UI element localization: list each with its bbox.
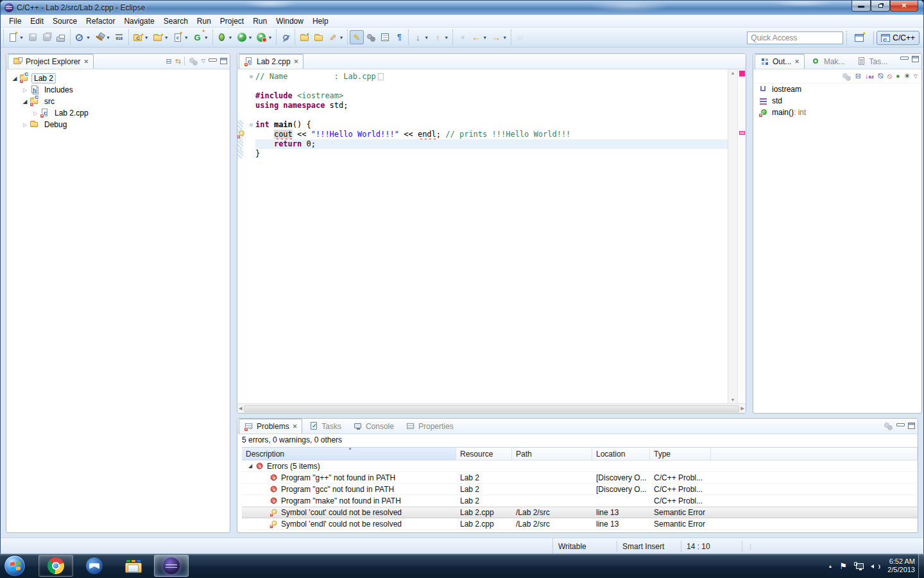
collapse-all-icon[interactable]: ⊟ — [855, 73, 861, 80]
menu-run[interactable]: Run — [248, 15, 271, 27]
fold-toggle-icon[interactable]: ⊖ — [247, 120, 255, 130]
menu-run[interactable]: Run — [193, 15, 216, 27]
column-header-description[interactable]: Description — [242, 448, 456, 460]
hide-static-icon[interactable]: ⦸ — [887, 73, 892, 80]
menu-help[interactable]: Help — [308, 15, 333, 27]
view-menu-icon[interactable]: ▽ — [201, 58, 205, 64]
network-icon[interactable] — [854, 562, 864, 570]
title-bar[interactable]: C/C++ - Lab 2/src/Lab 2.cpp - Eclipse ▬ … — [1, 1, 923, 15]
tab-tas[interactable]: Tas... — [851, 54, 893, 69]
toolbar-button-search[interactable]: ✎▼ — [325, 30, 345, 44]
menu-source[interactable]: Source — [48, 15, 81, 27]
problems-row[interactable]: Symbol 'endl' could not be resolvedLab 2… — [242, 518, 918, 530]
taskbar-eclipse-button[interactable] — [154, 555, 189, 577]
editor-vertical-scrollbar[interactable]: ▲▼ — [728, 69, 737, 403]
minimize-view-icon[interactable] — [896, 423, 905, 426]
dropdown-arrow-icon[interactable]: ▼ — [339, 35, 343, 40]
hide-fields-icon[interactable]: ⦰ — [878, 73, 884, 80]
toolbar-button-show-whitespace[interactable]: ¶ — [392, 30, 406, 44]
minimize-button[interactable]: ▬ — [851, 1, 871, 12]
quick-access-input[interactable] — [747, 31, 843, 44]
editor-horizontal-scrollbar[interactable]: ◀▶ — [237, 403, 746, 413]
dropdown-arrow-icon[interactable]: ▼ — [424, 35, 429, 40]
dropdown-arrow-icon[interactable]: ▼ — [164, 35, 169, 40]
close-view-icon[interactable]: ✕ — [83, 58, 89, 65]
tab-lab2cpp[interactable]: Lab 2.cpp ✕ — [239, 54, 304, 69]
code-line-8[interactable]: return 0; — [237, 139, 728, 149]
tab-problems[interactable]: Problems ✕ — [239, 419, 302, 434]
toolbar-button-previous-annotation[interactable]: ↑▼ — [431, 30, 450, 44]
dropdown-arrow-icon[interactable]: ▼ — [268, 35, 272, 40]
taskbar-explorer-button[interactable] — [116, 555, 150, 577]
dropdown-arrow-icon[interactable]: ▼ — [248, 35, 253, 40]
toolbar-button-new-project[interactable]: ▼ — [151, 30, 171, 44]
dropdown-arrow-icon[interactable]: ▼ — [19, 35, 24, 40]
toolbar-button-toggle-mark-occurrences[interactable] — [278, 30, 293, 44]
expand-arrow-icon[interactable]: ▷ — [31, 110, 40, 116]
collaboration-icon[interactable] — [883, 421, 893, 431]
expand-arrow-icon[interactable]: ▷ — [21, 87, 30, 93]
collapse-all-icon[interactable]: ⊟ — [166, 58, 171, 65]
tree-item-includes[interactable]: ▷Includes — [6, 84, 230, 96]
column-header-resource[interactable]: Resource — [456, 448, 512, 460]
minimize-view-icon[interactable] — [209, 58, 217, 62]
toolbar-button-build-all[interactable]: ▼ — [92, 30, 112, 44]
tab-console[interactable]: Console — [348, 419, 399, 434]
open-perspective-button[interactable] — [850, 31, 871, 45]
dropdown-arrow-icon[interactable]: ▼ — [502, 35, 507, 40]
tab-project-explorer[interactable]: Project Explorer ✕ — [8, 54, 94, 69]
problems-row[interactable]: Symbol 'cout' could not be resolvedLab 2… — [242, 507, 918, 518]
close-view-icon[interactable]: ✕ — [293, 423, 298, 430]
tab-outline[interactable]: Out... ✕ — [755, 54, 805, 69]
close-button[interactable]: ✕ — [890, 1, 918, 12]
toolbar-button-presentation[interactable] — [364, 30, 378, 44]
overview-ruler[interactable] — [737, 69, 746, 403]
code-line-4[interactable]: using namespace std; — [237, 101, 728, 110]
code-line-1[interactable]: ⊕// Name : Lab.cpp — [237, 72, 728, 82]
tab-mak[interactable]: Mak... — [806, 54, 850, 69]
toolbar-button-new-class[interactable]: G▼ — [191, 30, 210, 44]
close-view-icon[interactable]: ✕ — [794, 58, 800, 65]
gutter-error-icon[interactable] — [237, 129, 246, 139]
menu-project[interactable]: Project — [216, 15, 248, 27]
collaboration-icon[interactable] — [188, 56, 198, 66]
hide-non-public-icon[interactable]: ● — [896, 73, 900, 80]
dropdown-arrow-icon[interactable]: ▼ — [204, 35, 209, 40]
outline-item-std[interactable]: std — [753, 95, 921, 107]
toolbar-button-launch-target[interactable]: ▼ — [73, 30, 92, 44]
minimize-view-icon[interactable] — [900, 57, 909, 60]
tab-properties[interactable]: Properties — [400, 419, 459, 434]
dropdown-arrow-icon[interactable]: ▼ — [444, 35, 449, 40]
volume-icon[interactable] — [871, 562, 880, 570]
fold-toggle-icon[interactable]: ⊕ — [247, 72, 255, 82]
error-summary-marker[interactable] — [739, 71, 745, 76]
maximize-view-icon[interactable] — [912, 56, 919, 62]
start-button[interactable] — [4, 555, 26, 577]
tree-item-debug[interactable]: ▷Debug — [6, 119, 230, 130]
code-line-9[interactable]: } — [237, 149, 728, 159]
sort-icon[interactable]: ↓az — [865, 73, 874, 80]
menu-window[interactable]: Window — [271, 15, 308, 27]
action-center-flag-icon[interactable]: ⚑ — [840, 561, 848, 571]
toolbar-button-binary[interactable]: 010 — [112, 30, 126, 44]
toolbar-button-new-c-file[interactable]: c▼ — [171, 30, 191, 44]
tree-item-lab-2-cpp[interactable]: ▷Lab 2.cpp — [6, 107, 230, 119]
taskbar-thunderbird-button[interactable] — [77, 555, 112, 577]
toolbar-button-new[interactable]: ▼ — [6, 30, 26, 44]
code-editor[interactable]: ⊕// Name : Lab.cpp #include <iostream>us… — [237, 69, 728, 403]
toolbar-button-last-edit-location[interactable]: ↓▼ — [411, 30, 431, 44]
taskbar-chrome-button[interactable] — [38, 555, 73, 577]
view-menu-icon[interactable]: ▽ — [914, 74, 918, 79]
hidden-icons-arrow[interactable]: ▲ — [828, 564, 833, 568]
maximize-view-icon[interactable] — [908, 423, 915, 429]
error-line-marker[interactable] — [739, 131, 745, 135]
toolbar-button-debug[interactable]: ▼ — [215, 30, 235, 44]
dropdown-arrow-icon[interactable]: ▼ — [483, 35, 487, 40]
restore-button[interactable] — [871, 1, 890, 12]
column-header-type[interactable]: Type — [650, 448, 711, 460]
dropdown-arrow-icon[interactable]: ▼ — [106, 35, 110, 40]
toolbar-button-new-c-project[interactable]: C▼ — [131, 30, 151, 44]
tree-item-lab-2[interactable]: ◢Lab 2 — [6, 73, 230, 84]
toolbar-button-back-history[interactable]: ←▼ — [469, 30, 489, 44]
code-line-3[interactable]: #include <iostream> — [237, 91, 728, 101]
